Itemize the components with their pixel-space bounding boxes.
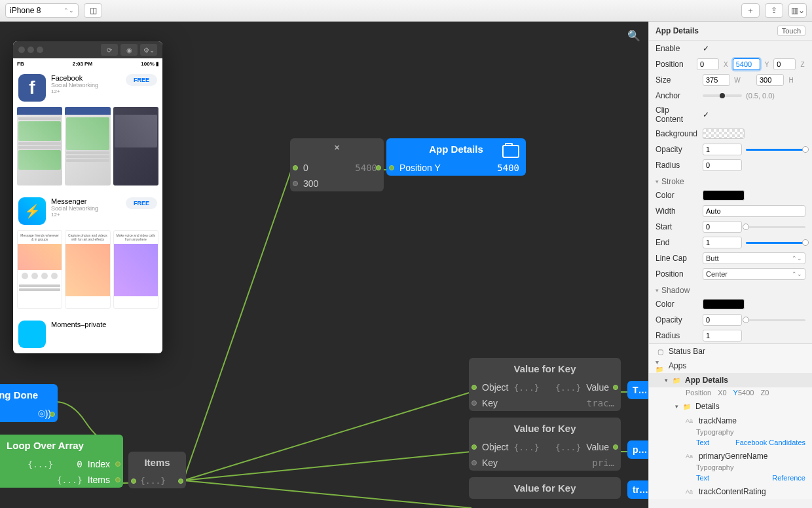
text-link[interactable]: Text: [696, 439, 709, 446]
value-for-key-node[interactable]: Value for Key: [469, 477, 621, 499]
inspector-panel: App Details Touch Enable✓ Position X Y Z…: [648, 22, 812, 508]
value-for-key-node[interactable]: Value for Key Object{...}{...}Value Keyt…: [469, 358, 621, 411]
reload-icon[interactable]: ⟳: [101, 44, 118, 56]
port-in[interactable]: [293, 165, 298, 170]
linecap-label: Line Cap: [655, 254, 699, 263]
port-in[interactable]: [471, 401, 477, 406]
screenshots-row: [13, 107, 162, 192]
reference-link[interactable]: Reference: [772, 474, 805, 482]
traffic-max[interactable]: [37, 47, 43, 53]
canvas[interactable]: 🔍 ⟳ ◉ ⚙⌄ FB 2:03 PM 100% ▮ f: [0, 22, 648, 508]
layer-primarygenre[interactable]: AaprimaryGenreName: [649, 449, 812, 463]
touch-button[interactable]: Touch: [777, 26, 805, 36]
opacity-input[interactable]: [703, 144, 742, 155]
enable-checkbox[interactable]: ✓: [703, 44, 709, 53]
share-button[interactable]: ⇪: [765, 3, 783, 18]
layer-appdetails[interactable]: ▾📁App Details: [649, 373, 812, 387]
radius-input[interactable]: [703, 159, 742, 171]
pos-x-input[interactable]: [697, 58, 719, 70]
stroke-width-input[interactable]: [703, 205, 805, 217]
panels-button[interactable]: ▥⌄: [788, 3, 807, 18]
add-button[interactable]: ＋: [741, 3, 760, 18]
screenshot: Capture photos and videos with fun art a…: [65, 230, 110, 309]
node-header: [290, 138, 384, 160]
split-view-button[interactable]: ◫: [84, 3, 102, 18]
shadow-radius-label: Radius: [655, 331, 699, 340]
key-label: Key: [475, 398, 581, 408]
shadow-opacity-input[interactable]: [703, 314, 742, 326]
row-value: 5400: [497, 163, 519, 173]
stroke-header[interactable]: Stroke: [649, 173, 812, 187]
port-in[interactable]: [471, 385, 477, 390]
screenshot: [113, 107, 158, 186]
key-value: trac…: [587, 398, 614, 408]
text-link[interactable]: Text: [696, 474, 709, 482]
gear-icon[interactable]: ⚙⌄: [140, 44, 157, 56]
device-selector[interactable]: iPhone 8 ⌃⌄: [5, 3, 79, 18]
json-obj-icon: {...}: [57, 475, 83, 485]
enable-label: Enable: [655, 44, 699, 53]
shadow-color-swatch[interactable]: [703, 299, 745, 309]
text-icon: Aa: [686, 488, 695, 495]
stroke-end-input[interactable]: [703, 237, 742, 248]
port-out[interactable]: [613, 385, 618, 390]
stroke-start-slider[interactable]: [746, 226, 805, 228]
opacity-slider[interactable]: [746, 149, 805, 151]
layer-apps[interactable]: ▾ 📁Apps: [649, 359, 812, 373]
port-in[interactable]: [471, 444, 477, 450]
layer-trackrating[interactable]: AatrackContentRating: [649, 484, 812, 499]
port-out[interactable]: [613, 444, 618, 450]
height-input[interactable]: [756, 74, 784, 86]
track-rating-node[interactable]: tr…: [627, 480, 648, 499]
width-input[interactable]: [703, 74, 730, 86]
candidates-link[interactable]: Facebook Candidates: [735, 439, 805, 446]
pos-y-input[interactable]: [733, 58, 760, 70]
app-row-messenger: ⚡ Messenger Social Networking 12+ FREE: [13, 192, 162, 230]
track-node[interactable]: T…: [627, 381, 648, 399]
shadow-radius-input[interactable]: [703, 330, 742, 342]
port-in[interactable]: [471, 460, 477, 465]
port-out[interactable]: [50, 412, 55, 417]
clip-checkbox[interactable]: ✓: [703, 110, 709, 119]
anchor-label: Anchor: [655, 91, 699, 100]
traffic-min[interactable]: [28, 47, 34, 53]
port-out[interactable]: [376, 165, 381, 170]
layer-trackname[interactable]: AatrackName: [649, 414, 812, 428]
stroke-end-slider[interactable]: [746, 242, 805, 244]
anchor-slider[interactable]: [703, 94, 742, 97]
layer-icon: ▢: [655, 347, 665, 355]
free-button[interactable]: FREE: [126, 74, 157, 86]
app-details-node[interactable]: App Details Position Y5400: [386, 138, 526, 176]
traffic-close[interactable]: [18, 47, 25, 53]
stroke-start-input[interactable]: [703, 221, 742, 233]
clip-label: Clip Content: [655, 106, 699, 124]
pos-z-input[interactable]: [773, 58, 796, 70]
port-in[interactable]: [131, 479, 136, 484]
port-out[interactable]: [115, 461, 120, 467]
free-button[interactable]: FREE: [126, 197, 157, 209]
shadow-opacity-slider[interactable]: [746, 319, 805, 321]
loop-node[interactable]: Loop Over Array ay{...}0Index {...}Items: [0, 435, 123, 488]
port-out[interactable]: [115, 477, 120, 482]
stroke-pos-select[interactable]: Center⌃⌄: [703, 268, 805, 280]
primary-node[interactable]: p…: [627, 440, 648, 459]
port-in[interactable]: [293, 181, 298, 186]
bg-swatch[interactable]: [703, 128, 745, 139]
layer-details[interactable]: ▾📁Details: [649, 399, 812, 414]
multiply-node[interactable]: 05400 300: [290, 138, 384, 191]
disclosure-icon[interactable]: ▾: [675, 403, 678, 410]
linecap-select[interactable]: Butt⌃⌄: [703, 252, 805, 264]
layer-statusbar[interactable]: ▢Status Bar: [649, 344, 812, 359]
json-obj-icon: {...}: [513, 383, 539, 393]
loading-done-node[interactable]: ling Done ⦾)): [0, 384, 58, 422]
disclosure-icon[interactable]: ▾: [665, 377, 668, 383]
port-in[interactable]: [389, 165, 394, 170]
port-out[interactable]: [178, 479, 183, 484]
search-icon[interactable]: 🔍: [627, 29, 640, 42]
stroke-color-swatch[interactable]: [703, 190, 745, 201]
camera-icon[interactable]: ◉: [120, 44, 138, 56]
items-node[interactable]: Items {...}: [128, 452, 186, 488]
text-icon: Aa: [686, 453, 695, 459]
value-for-key-node[interactable]: Value for Key Object{...}{...}Value Keyp…: [469, 418, 621, 471]
shadow-header[interactable]: Shadow: [649, 282, 812, 296]
